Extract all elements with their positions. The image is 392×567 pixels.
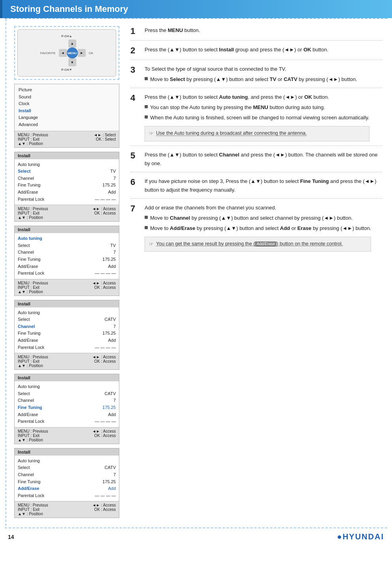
install-header-3: Install <box>15 300 119 307</box>
hyundai-logo: ●HYUNDAI <box>337 532 384 541</box>
step-7: 7 Add or erase the channels from the cha… <box>130 203 383 256</box>
step-2: 2 Press the (▲▼) button to select Instal… <box>130 45 383 60</box>
step-7-note: ☞ You can get the same result by pressin… <box>145 237 371 252</box>
install1-channel: Channel <box>18 175 34 182</box>
dpad-left[interactable]: ◄ <box>59 49 67 57</box>
bullet-icon-4a <box>145 105 148 108</box>
install3-nav: MENU : Previous◄► : Access INPUT : ExitO… <box>15 353 119 369</box>
install3-channel: Channel <box>18 323 35 330</box>
page-header: Storing Channels in Memory <box>0 0 392 18</box>
step-4-bullet-1: You can stop the Auto tuning by pressing… <box>150 103 325 112</box>
install2-adderase: Add/Erase <box>18 263 38 270</box>
menu-nav: MENU : Previous◄► : Select INPUT : ExitO… <box>15 131 119 147</box>
step-6-num: 6 <box>130 177 141 194</box>
dpad-right[interactable]: ► <box>78 49 86 57</box>
step-3-num: 3 <box>130 65 141 84</box>
install-panel-1: Install Auto tuning SelectTV Channel7 Fi… <box>14 152 119 222</box>
fav-label: FAVORITE <box>40 51 56 55</box>
bullet-icon-3a <box>145 77 148 80</box>
step-7-num: 7 <box>130 203 141 252</box>
install3-finetuning: Fine Tuning <box>18 330 40 337</box>
page-footer: 14 ●HYUNDAI <box>0 530 392 544</box>
install4-finetuning: Fine Tuning <box>18 404 42 411</box>
install-header-1: Install <box>15 152 119 159</box>
menu-item-sound: Sound <box>19 94 115 101</box>
install3-select: Select <box>18 316 30 323</box>
step-4-num: 4 <box>130 93 141 141</box>
menu-items: Picture Sound Clock Install Language Adv… <box>15 84 119 131</box>
step-3-bullet-1: Move to Select by pressing (▲▼) button a… <box>150 75 357 84</box>
pch-up-label: P-CH▲ <box>61 34 72 38</box>
step-2-num: 2 <box>130 45 141 56</box>
note-text-7: You can get the same result by pressing … <box>156 240 343 248</box>
menu-item-clock: Clock <box>19 100 115 107</box>
menu-item-language: Language <box>19 114 115 121</box>
install-header-5: Install <box>15 448 119 456</box>
dpad-up[interactable]: ▲ <box>68 40 76 47</box>
dpad-down[interactable]: ▼ <box>68 58 76 66</box>
install4-autotuning: Auto tuning <box>18 383 40 390</box>
install1-parentallock: Parental Lock <box>18 196 44 203</box>
install-header-2: Install <box>15 226 119 233</box>
step-4-bullet-2: When the Auto tuning is finished, screen… <box>150 113 369 122</box>
step-5: 5 Press the (▲▼) button to select Channe… <box>130 151 383 172</box>
install1-nav: MENU : Previous◄► : Access INPUT : ExitO… <box>15 205 119 221</box>
install5-parentallock: Parental Lock <box>18 492 44 499</box>
step-5-content: Press the (▲▼) button to select Channel … <box>145 151 383 168</box>
install2-nav: MENU : Previous◄► : Access INPUT : ExitO… <box>15 279 119 296</box>
install1-finetuning: Fine Tuning <box>18 182 40 189</box>
install4-select: Select <box>18 390 30 397</box>
step-7-bullet-2: Move to Add/Erase by pressing (▲▼) butto… <box>150 224 371 233</box>
install-panel-2: Install Auto tuning SelectTV Channel7 Fi… <box>14 226 119 296</box>
install3-autotuning: Auto tuning <box>18 309 40 316</box>
install5-adderase: Add/Erase <box>18 485 39 492</box>
install2-channel: Channel <box>18 249 34 256</box>
page-number: 14 <box>8 534 14 540</box>
install-panel-3: Install Auto tuning SelectCATV Channel7 … <box>14 300 119 370</box>
install4-parentallock: Parental Lock <box>18 418 44 425</box>
install4-nav: MENU : Previous◄► : Access INPUT : ExitO… <box>15 427 119 444</box>
install5-nav: MENU : Previous◄► : Access INPUT : ExitO… <box>15 501 119 518</box>
install1-adderase: Add/Erase <box>18 189 38 196</box>
step-6: 6 If you have picture noise on step 3, P… <box>130 177 383 199</box>
ok-label: OK <box>89 51 94 55</box>
remote-container: P-CH▲ FAVORITE ▲ ▼ ◄ ► MENU OK P-CH <box>14 26 119 80</box>
dashed-left-border <box>6 19 6 526</box>
install1-select: Select <box>18 168 30 175</box>
menu-item-advanced: Advanced <box>19 121 115 128</box>
step-3: 3 To Select the type of signal source th… <box>130 65 383 88</box>
install2-finetuning: Fine Tuning <box>18 256 40 263</box>
install1-autotuning: Auto tuning <box>18 161 40 168</box>
install3-parentallock: Parental Lock <box>18 344 44 351</box>
step-6-content: If you have picture noise on step 3, Pre… <box>145 177 383 194</box>
install5-select: Select <box>18 464 30 471</box>
install4-adderase: Add/Erase <box>18 411 38 418</box>
menu-item-picture: Picture <box>19 87 115 94</box>
install5-channel: Channel <box>18 471 34 478</box>
bullet-icon-7a <box>145 216 148 219</box>
right-column: 1 Press the MENU button. 2 Press the (▲▼… <box>124 22 392 526</box>
dashed-separator-bottom <box>5 527 387 528</box>
dpad: ▲ ▼ ◄ ► MENU <box>59 40 86 66</box>
step-3-content: To Select the type of signal source that… <box>145 65 357 84</box>
step-7-bullet-1: Move to Channel by pressing (▲▼) button … <box>150 214 353 222</box>
install5-autotuning: Auto tuning <box>18 458 40 465</box>
install-header-4: Install <box>15 374 119 381</box>
install5-finetuning: Fine Tuning <box>18 478 40 486</box>
bullet-icon-7b <box>145 226 148 229</box>
step-1-content: Press the MENU button. <box>145 26 200 36</box>
menu-item-install: Install <box>19 107 115 115</box>
remote-box: P-CH▲ FAVORITE ▲ ▼ ◄ ► MENU OK P-CH <box>17 29 116 77</box>
install-panel-5: Install Auto tuning SelectCATV Channel7 … <box>14 448 119 518</box>
step-1-num: 1 <box>130 26 141 36</box>
menu-panel: Picture Sound Clock Install Language Adv… <box>14 84 119 148</box>
install3-adderase: Add/Erase <box>18 337 38 344</box>
step-5-num: 5 <box>130 151 141 168</box>
note-icon-4: ☞ <box>149 129 154 138</box>
note-icon-7: ☞ <box>149 240 154 249</box>
install2-autotuning: Auto tuning <box>18 235 42 242</box>
step-4-note: ☞ Use the Auto tuning during a broadcast… <box>145 126 369 141</box>
menu-btn[interactable]: MENU <box>67 47 78 58</box>
install2-select: Select <box>18 242 30 249</box>
install2-parentallock: Parental Lock <box>18 270 44 277</box>
